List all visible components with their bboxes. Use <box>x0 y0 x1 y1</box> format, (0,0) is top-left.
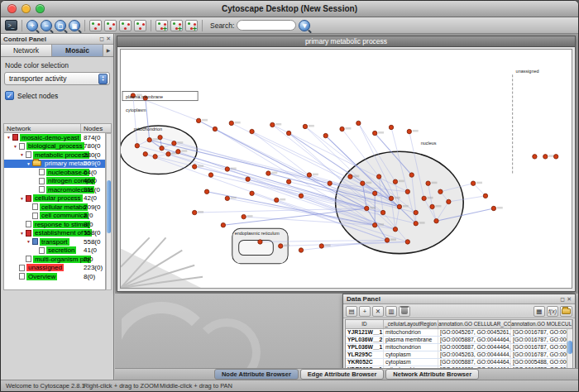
tree-item[interactable]: ▼cellular process42(0 <box>4 194 105 203</box>
import-attributes-icon[interactable] <box>560 306 572 317</box>
graph-node[interactable] <box>407 129 411 133</box>
graph-node[interactable] <box>430 204 434 208</box>
graph-node[interactable] <box>434 218 438 222</box>
graph-node[interactable] <box>250 129 254 133</box>
graph-node[interactable] <box>409 173 414 177</box>
hide-selection-icon[interactable] <box>119 20 132 31</box>
graph-node[interactable] <box>348 174 352 179</box>
graph-node[interactable] <box>483 194 487 198</box>
tab-mosaic[interactable]: Mosaic <box>52 45 103 56</box>
graph-node[interactable] <box>365 206 369 210</box>
graph-node[interactable] <box>373 191 377 195</box>
network-canvas[interactable]: plasma membranecytoplasmmitochondrionnuc… <box>120 49 572 289</box>
column-header[interactable]: ID <box>346 320 384 328</box>
column-header[interactable]: annotation.GO CELLULAR_COMPONENT <box>438 320 511 328</box>
graph-node[interactable] <box>208 173 213 177</box>
graph-node[interactable] <box>328 181 332 185</box>
network-view-title[interactable]: primary metabolic process <box>117 36 575 47</box>
scrollbar-thumb[interactable] <box>567 341 572 354</box>
graph-node[interactable] <box>246 177 250 181</box>
graph-node[interactable] <box>376 174 380 179</box>
tree-item[interactable]: multi-organism pro2(0 <box>4 255 105 264</box>
graph-node[interactable] <box>135 143 139 147</box>
graph-node[interactable] <box>204 189 208 194</box>
delete-attribute-icon[interactable]: ✕ <box>372 306 384 317</box>
table-row[interactable]: YLR295Ccytoplasm[GO:0045263, GO:0044444,… <box>346 351 572 359</box>
graph-node[interactable] <box>299 194 303 198</box>
tree-item[interactable]: Overview8(0) <box>4 272 105 281</box>
graph-node[interactable] <box>393 227 397 232</box>
zoom-fit-icon[interactable] <box>69 20 80 31</box>
expand-arrow-icon[interactable]: ▼ <box>26 161 32 166</box>
graph-node[interactable] <box>373 222 377 227</box>
graph-node[interactable] <box>172 141 176 145</box>
graph-node[interactable] <box>543 155 548 159</box>
graph-edge[interactable] <box>137 146 366 208</box>
window-close-button[interactable] <box>7 4 17 13</box>
graph-node[interactable] <box>279 244 283 248</box>
window-zoom-button[interactable] <box>36 4 45 13</box>
tree-column-network[interactable]: Network <box>4 124 81 132</box>
tree-item[interactable]: nitrogen compo40(0 <box>4 177 105 186</box>
graph-node[interactable] <box>319 244 323 248</box>
graph-node[interactable] <box>553 155 557 159</box>
graph-node[interactable] <box>393 179 397 184</box>
show-all-icon[interactable] <box>134 20 146 31</box>
graph-node[interactable] <box>160 146 164 151</box>
graph-node[interactable] <box>229 121 233 125</box>
expand-arrow-icon[interactable]: ▼ <box>26 239 32 244</box>
tab-network[interactable]: Network <box>1 45 52 56</box>
graph-node[interactable] <box>389 125 393 129</box>
column-header[interactable]: _cellularLayoutRegion <box>384 320 438 328</box>
tree-item[interactable]: secretion41(0 <box>4 246 105 256</box>
graph-node[interactable] <box>286 179 290 184</box>
graph-node[interactable] <box>405 189 409 194</box>
tree-item[interactable]: ▼mosaic-demo-yeast874(0 <box>4 133 105 142</box>
graph-node[interactable] <box>158 135 162 139</box>
graph-node[interactable] <box>533 155 537 159</box>
graph-node[interactable] <box>176 150 180 154</box>
graph-node[interactable] <box>385 238 389 242</box>
graph-node[interactable] <box>221 222 225 227</box>
graph-node[interactable] <box>323 133 328 137</box>
graph-node[interactable] <box>426 181 430 185</box>
graph-node[interactable] <box>213 127 217 131</box>
trash-icon[interactable] <box>399 306 410 317</box>
edit-attribute-icon[interactable]: ▥ <box>385 306 397 317</box>
tree-item[interactable]: nucleobase-c64(0 <box>4 168 105 177</box>
expand-arrow-icon[interactable]: ▼ <box>20 231 26 236</box>
graph-node[interactable] <box>250 191 254 195</box>
first-neighbors-icon[interactable] <box>89 20 102 31</box>
graph-node[interactable] <box>303 124 307 128</box>
graph-node[interactable] <box>286 131 290 135</box>
tab-edge-attribute-browser[interactable]: Edge Attribute Browser <box>300 369 384 380</box>
column-header[interactable]: annotation.GO MOLECULAR_FUNCTION <box>511 320 572 328</box>
table-row[interactable]: YJR121W__1mitochondrion[GO:0045267, GO:0… <box>346 329 572 337</box>
search-options-icon[interactable] <box>299 20 310 31</box>
graph-node[interactable] <box>258 240 262 244</box>
select-attributes-icon[interactable]: ▤ <box>346 306 357 317</box>
tree-item[interactable]: macromolecule311(0 <box>4 185 105 194</box>
matrix-icon[interactable]: ▦ <box>534 306 545 317</box>
graph-node[interactable] <box>270 122 275 127</box>
color-attribute-dropdown[interactable]: transporter activity ▲▼ <box>4 72 110 85</box>
graph-node[interactable] <box>380 210 385 214</box>
zoom-in-icon[interactable] <box>26 20 38 31</box>
graph-node[interactable] <box>153 155 157 159</box>
graph-node[interactable] <box>361 181 365 185</box>
tree-item[interactable]: ▼transport558(0 <box>4 237 105 246</box>
graph-edge[interactable] <box>162 148 367 208</box>
graph-node[interactable] <box>266 171 270 175</box>
graph-node[interactable] <box>356 121 361 125</box>
zoom-out-icon[interactable] <box>41 20 52 31</box>
float-panel-icon[interactable]: ◻ <box>99 36 104 42</box>
graph-node[interactable] <box>166 152 170 156</box>
tree-item[interactable]: cellular metabo209(0 <box>4 203 105 212</box>
add-node-icon[interactable] <box>156 20 168 31</box>
graph-node[interactable] <box>193 165 197 169</box>
table-row[interactable]: YPL036W__2plasma membrane[GO:0005887, GO… <box>346 337 572 344</box>
expand-arrow-icon[interactable]: ▼ <box>20 152 26 157</box>
graph-node[interactable] <box>405 240 409 244</box>
tree-item[interactable]: ▼metabolic process280(0 <box>4 151 105 160</box>
table-scrollbar[interactable] <box>567 329 572 368</box>
